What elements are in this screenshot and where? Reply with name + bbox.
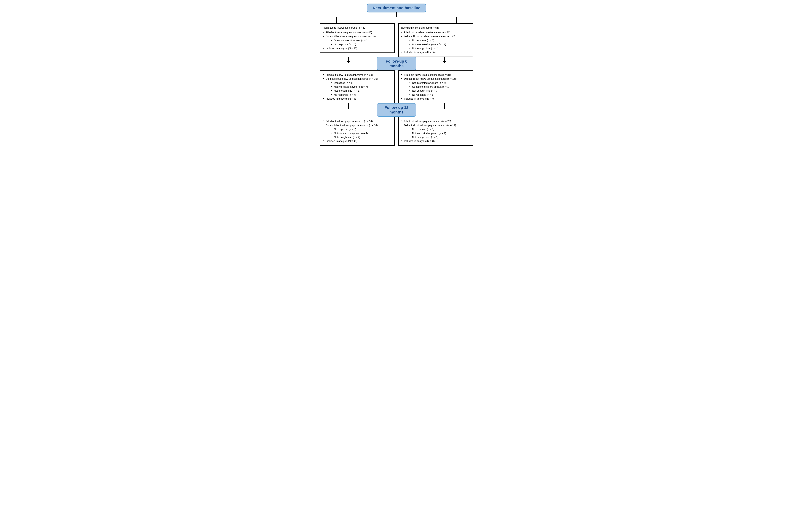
intervention-12mo-col: Filled out follow-up questionnaires (n =…	[320, 117, 395, 146]
sub-item: Not enough time (n = 3)	[331, 89, 392, 93]
intervention-baseline-title: Recruited to intervention group (n = 51)	[323, 26, 392, 30]
control-6mo-col: Filled out follow-up questionnaires (n =…	[398, 71, 473, 103]
drop-line-left	[336, 17, 337, 22]
control-col: Recruited in control group (n = 56) Fill…	[398, 23, 473, 57]
seg-arrow	[443, 61, 446, 63]
followup6-header: Follow-up 6 months	[377, 57, 416, 71]
item-text: Filled out follow-up questionnaires (n =…	[326, 74, 373, 76]
list-item: Filled out follow-up questionnaires (n =…	[401, 119, 470, 123]
list-item: Filled out follow-up questionnaires (n =…	[323, 119, 392, 123]
list-item: Included in analysis (N = 46)	[401, 97, 470, 101]
sub-item: Not enough time (n = 3)	[409, 89, 470, 93]
seg-arrow	[347, 61, 350, 63]
arrow-seg-left-12	[320, 103, 377, 109]
item-text: Did not fill out baseline questionnaires…	[326, 35, 376, 38]
sub-item: No response (n = 6)	[409, 93, 470, 97]
intervention-6mo-col: Filled out follow-up questionnaires (n =…	[320, 71, 395, 103]
sub-list: No response (n = 6) Not interested anymo…	[404, 38, 470, 50]
baseline-row: Recruited to intervention group (n = 51)…	[320, 23, 473, 57]
sub-item: No response (n = 6)	[409, 38, 470, 42]
intervention-12mo-box: Filled out follow-up questionnaires (n =…	[320, 117, 395, 146]
sub-item: No response (n = 8)	[409, 127, 470, 131]
phase-col-center-12: Follow-up 12 months	[377, 103, 416, 117]
list-item: Filled out follow-up questionnaires (n =…	[401, 73, 470, 77]
seg-line	[444, 57, 445, 61]
sub-item: Not enough time (n = 1)	[409, 46, 470, 50]
control-6mo-list: Filled out follow-up questionnaires (n =…	[401, 73, 470, 101]
item-text: Did not fill out baseline questionnaires…	[404, 35, 456, 38]
item-text: Did not fill out follow-up questionnaire…	[404, 124, 457, 127]
drop-line-right	[456, 17, 457, 22]
sub-list: Deceased (n = 1) Not interested anymore …	[326, 81, 392, 97]
control-12mo-col: Filled out follow-up questionnaires (n =…	[398, 117, 473, 146]
sub-list: No response (n = 8) Not interested anymo…	[404, 127, 470, 139]
phase-col-right-12	[416, 103, 473, 117]
drop-left	[335, 17, 338, 23]
list-item: Filled out follow-up questionnaires (n =…	[323, 73, 392, 77]
arrow-seg-left-6	[320, 57, 377, 63]
sub-list: No response (n = 8) Not interested anymo…	[326, 127, 392, 139]
seg-line	[348, 57, 349, 61]
sub-item: Not enough time (n = 2)	[331, 135, 392, 139]
sub-item: No response (n = 8)	[331, 127, 392, 131]
intervention-12mo-list: Filled out follow-up questionnaires (n =…	[323, 119, 392, 143]
control-12mo-list: Filled out follow-up questionnaires (n =…	[401, 119, 470, 143]
sub-item: Questionnaires too hard (n = 2)	[331, 38, 392, 42]
phase-col-left-6	[320, 57, 377, 71]
list-item: Filled out baseline questionnaires (n = …	[323, 31, 392, 34]
phase-col-center-6: Follow-up 6 months	[377, 57, 416, 71]
list-item: Included in analysis (N = 46)	[401, 139, 470, 143]
header-down-line	[396, 13, 397, 17]
item-text: Did not fill out follow-up questionnaire…	[326, 124, 379, 127]
intervention-6mo-list: Filled out follow-up questionnaires (n =…	[323, 73, 392, 101]
followup6-label: Follow-up 6 months	[386, 59, 407, 68]
sub-item: Deceased (n = 1)	[331, 81, 392, 85]
list-item: Did not fill out baseline questionnaires…	[401, 35, 470, 51]
arrow-seg-right-12	[416, 103, 473, 109]
arrow-tip-right	[455, 22, 458, 23]
item-text: Filled out baseline questionnaires (n = …	[404, 31, 450, 34]
top-connector: Recruitment and baseline	[320, 3, 473, 23]
control-baseline-box: Recruited in control group (n = 56) Fill…	[398, 23, 473, 57]
item-text: Included in analysis (N = 43)	[326, 140, 357, 142]
followup12-phase-row: Follow-up 12 months	[320, 103, 473, 117]
item-text: Filled out follow-up questionnaires (n =…	[326, 120, 373, 122]
sub-item: Not interested anymore (n = 7)	[331, 85, 392, 89]
followup12-row: Filled out follow-up questionnaires (n =…	[320, 117, 473, 146]
drop-right	[455, 17, 458, 23]
sub-item: No response (n = 4)	[331, 93, 392, 97]
arrow-tip-left	[335, 22, 338, 23]
control-baseline-title: Recruited in control group (n = 56)	[401, 26, 470, 30]
list-item: Included in analysis (N = 43)	[323, 139, 392, 143]
seg-arrow	[347, 108, 350, 109]
horizontal-bar	[335, 17, 458, 17]
followup6-row: Filled out follow-up questionnaires (n =…	[320, 71, 473, 103]
sub-item: Not interested anymore (n = 4)	[331, 131, 392, 135]
item-text: Did not fill out follow-up questionnaire…	[404, 77, 457, 80]
list-item: Included in analysis (N = 43)	[323, 46, 392, 50]
seg-arrow	[443, 108, 446, 109]
item-text: Filled out baseline questionnaires (n = …	[326, 31, 372, 34]
seg-line	[444, 103, 445, 108]
seg-line	[348, 103, 349, 108]
flowchart: Recruitment and baseline Recruited to in…	[320, 3, 473, 146]
list-item: Included in analysis (N = 46)	[401, 50, 470, 54]
control-baseline-list: Filled out baseline questionnaires (n = …	[401, 31, 470, 54]
sub-list: Not interested anymore (n = 5) Questionn…	[404, 81, 470, 97]
intervention-baseline-list: Filled out baseline questionnaires (n = …	[323, 31, 392, 50]
list-item: Did not fill out follow-up questionnaire…	[401, 123, 470, 139]
item-text: Included in analysis (N = 46)	[404, 140, 436, 142]
item-text: Filled out follow-up questionnaires (n =…	[404, 74, 451, 76]
followup12-header: Follow-up 12 months	[377, 103, 416, 117]
intervention-col: Recruited to intervention group (n = 51)…	[320, 23, 395, 53]
phase-col-left-12	[320, 103, 377, 117]
sub-item: Not interested anymore (n = 3)	[409, 42, 470, 46]
list-item: Did not fill out follow-up questionnaire…	[323, 123, 392, 139]
recruitment-header: Recruitment and baseline	[367, 3, 426, 13]
item-text: Filled out follow-up questionnaires (n =…	[404, 120, 451, 122]
followup6-phase-row: Follow-up 6 months	[320, 57, 473, 71]
intervention-6mo-box: Filled out follow-up questionnaires (n =…	[320, 71, 395, 103]
two-drops	[335, 17, 458, 23]
sub-item: No response (n = 6)	[331, 42, 392, 46]
control-6mo-box: Filled out follow-up questionnaires (n =…	[398, 71, 473, 103]
